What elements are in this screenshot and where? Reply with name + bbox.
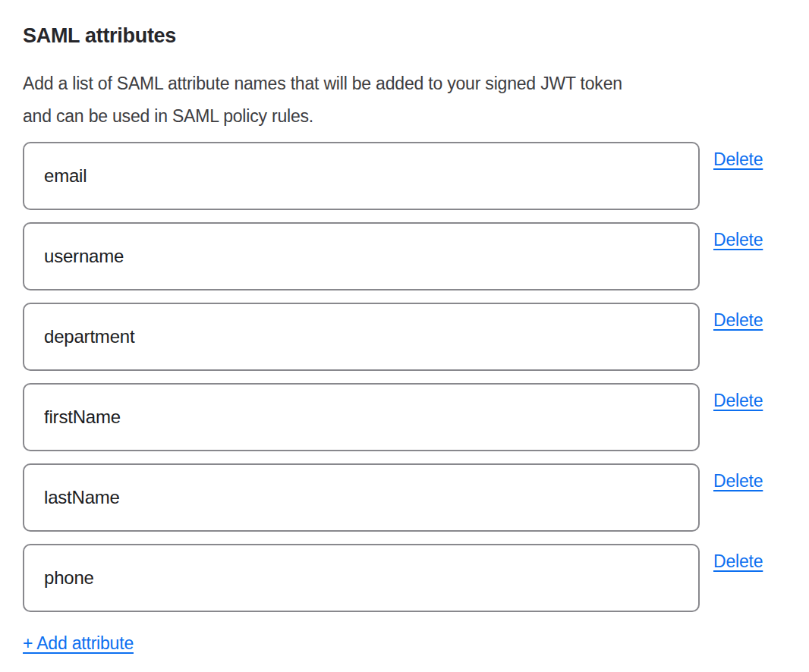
attribute-input[interactable]	[23, 463, 700, 532]
attribute-row: Delete	[23, 303, 786, 371]
attribute-row: Delete	[23, 463, 786, 532]
add-attribute-link[interactable]: + Add attribute	[23, 633, 134, 654]
attribute-input[interactable]	[23, 303, 700, 371]
attribute-row: Delete	[23, 142, 786, 210]
delete-link[interactable]: Delete	[713, 391, 763, 411]
description-line-2: and can be used in SAML policy rules.	[23, 100, 786, 133]
saml-attributes-section: SAML attributes Add a list of SAML attri…	[0, 0, 809, 672]
delete-link[interactable]: Delete	[713, 149, 763, 170]
attribute-input[interactable]	[23, 383, 700, 451]
attribute-input[interactable]	[23, 142, 700, 210]
delete-link[interactable]: Delete	[713, 310, 763, 331]
attribute-input[interactable]	[23, 544, 700, 612]
description-line-1: Add a list of SAML attribute names that …	[23, 68, 786, 100]
page-title: SAML attributes	[23, 24, 786, 47]
attribute-row: Delete	[23, 544, 786, 612]
delete-link[interactable]: Delete	[713, 230, 763, 250]
attribute-row: Delete	[23, 222, 786, 290]
attribute-list: Delete Delete Delete Delete Delete Delet…	[23, 142, 786, 612]
attribute-input[interactable]	[23, 222, 700, 290]
attribute-row: Delete	[23, 383, 786, 451]
delete-link[interactable]: Delete	[713, 551, 763, 572]
delete-link[interactable]: Delete	[713, 471, 763, 491]
description: Add a list of SAML attribute names that …	[23, 68, 786, 133]
